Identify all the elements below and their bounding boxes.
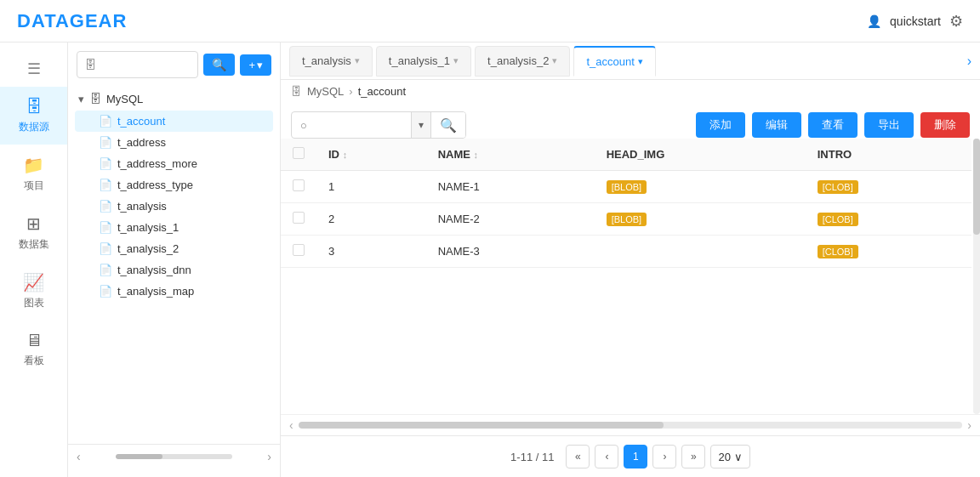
sidebar-item-chart[interactable]: 📈 图表: [0, 262, 67, 321]
page-size-selector[interactable]: 20 ∨: [710, 445, 749, 468]
tab-more-button[interactable]: ›: [967, 54, 971, 69]
tree-item-t_address[interactable]: 📄 t_address: [75, 132, 273, 153]
gear-icon[interactable]: ⚙: [949, 12, 963, 31]
col-name-label: NAME: [438, 148, 470, 161]
tree-scroll-left[interactable]: ‹: [77, 450, 81, 463]
tab-label-0: t_analysis: [302, 54, 351, 67]
pagination: 1-11 / 11 « ‹ 1 › » 20 ∨: [281, 435, 980, 477]
header: DATAGEAR 👤 quickstart ⚙: [0, 0, 980, 43]
pagination-next[interactable]: ›: [652, 445, 676, 468]
tree-item-label-4: t_analysis: [117, 200, 167, 213]
row3-checkbox[interactable]: [293, 244, 305, 256]
tab-label-2: t_analysis_2: [487, 54, 549, 67]
tab-t_account[interactable]: t_account ▾: [573, 46, 655, 77]
tree-item-label-5: t_analysis_1: [117, 221, 179, 234]
tree-search-button[interactable]: 🔍: [203, 54, 235, 76]
search-dropdown-button[interactable]: ▾: [411, 112, 430, 138]
export-button[interactable]: 导出: [864, 112, 914, 138]
tree-item-t_analysis_1[interactable]: 📄 t_analysis_1: [75, 217, 273, 238]
page-size-dropdown-icon: ∨: [734, 451, 743, 463]
sidebar-item-datasource[interactable]: 🗄 数据源: [0, 87, 67, 145]
delete-button[interactable]: 删除: [920, 112, 970, 138]
tree-item-t_account[interactable]: 📄 t_account: [75, 111, 273, 132]
file-icon-7: 📄: [99, 264, 112, 276]
tree-item-label-7: t_analysis_dnn: [117, 264, 191, 276]
pagination-current[interactable]: 1: [624, 445, 647, 468]
sort-name-icon[interactable]: ↕: [474, 150, 479, 160]
tree-add-button[interactable]: + ▾: [240, 54, 271, 76]
table-row: 1 NAME-1 [BLOB] [CLOB]: [281, 171, 971, 203]
row1-checkbox-cell: [281, 171, 316, 203]
tab-t_analysis_2[interactable]: t_analysis_2 ▾: [475, 46, 570, 77]
row2-intro: [CLOB]: [806, 203, 971, 236]
header-right: 👤 quickstart ⚙: [867, 12, 963, 31]
table-scroll-container[interactable]: ID ↕ NAME ↕ HEAD_IMG: [281, 139, 980, 414]
tree-item-t_analysis_map[interactable]: 📄 t_analysis_map: [75, 281, 273, 302]
add-dropdown-icon: ▾: [257, 59, 263, 71]
tree-panel: 🗄 🔍 + ▾ ▾ 🗄 MySQL 📄 t_account 📄 t_addres…: [68, 43, 281, 477]
row1-blob-badge: [BLOB]: [607, 180, 647, 194]
th-name: NAME ↕: [426, 139, 595, 171]
tree-content: ▾ 🗄 MySQL 📄 t_account 📄 t_address 📄 t_ad…: [68, 87, 280, 444]
col-head-img-label: HEAD_IMG: [607, 148, 665, 161]
sort-id-icon[interactable]: ↕: [343, 150, 348, 160]
search-submit-button[interactable]: 🔍: [430, 112, 465, 138]
col-intro-label: INTRO: [818, 148, 852, 161]
tree-search-input[interactable]: 🗄: [77, 51, 198, 78]
header-checkbox[interactable]: [293, 147, 305, 159]
th-checkbox: [281, 139, 316, 171]
chart-icon: 📈: [23, 272, 44, 292]
file-icon-4: 📄: [99, 200, 112, 213]
pagination-first[interactable]: «: [566, 445, 590, 468]
tree-item-t_analysis[interactable]: 📄 t_analysis: [75, 196, 273, 217]
logo: DATAGEAR: [17, 10, 127, 32]
view-button[interactable]: 查看: [808, 112, 858, 138]
username[interactable]: quickstart: [890, 14, 941, 28]
pagination-last[interactable]: »: [681, 445, 705, 468]
tree-item-label-0: t_account: [117, 115, 165, 128]
breadcrumb-sep: ›: [349, 85, 352, 98]
tree-item-t_analysis_2[interactable]: 📄 t_analysis_2: [75, 238, 273, 259]
board-label: 看板: [24, 354, 44, 368]
h-scroll-right-icon[interactable]: ›: [967, 418, 971, 432]
user-icon: 👤: [867, 14, 881, 28]
tree-item-label-3: t_address_type: [117, 179, 193, 191]
chart-label: 图表: [24, 296, 44, 310]
tree-item-t_analysis_dnn[interactable]: 📄 t_analysis_dnn: [75, 259, 273, 281]
tree-scroll-right[interactable]: ›: [267, 450, 271, 463]
plus-icon: +: [248, 59, 255, 71]
tab-dropdown-3[interactable]: ▾: [638, 56, 643, 67]
project-label: 项目: [24, 179, 44, 193]
dataset-icon: ⊞: [26, 213, 41, 234]
tree-item-t_address_more[interactable]: 📄 t_address_more: [75, 153, 273, 174]
pagination-range: 1-11 / 11: [510, 451, 554, 463]
sidebar-item-dataset[interactable]: ⊞ 数据集: [0, 203, 67, 262]
tree-h-scrollbar-thumb: [116, 454, 162, 459]
row2-checkbox[interactable]: [293, 212, 305, 224]
tab-label-3: t_account: [586, 55, 634, 68]
tab-dropdown-1[interactable]: ▾: [453, 55, 459, 66]
tree-node-mysql[interactable]: ▾ 🗄 MySQL: [75, 87, 273, 111]
main-layout: ☰ 🗄 数据源 📁 项目 ⊞ 数据集 📈 图表 🖥 看板 🗄 🔍: [0, 43, 980, 477]
tab-dropdown-0[interactable]: ▾: [355, 55, 360, 66]
row1-checkbox[interactable]: [293, 179, 305, 191]
tree-item-label-1: t_address: [117, 136, 166, 149]
table-search-input[interactable]: [292, 119, 411, 132]
edit-button[interactable]: 编辑: [752, 112, 801, 138]
tab-t_analysis[interactable]: t_analysis ▾: [289, 46, 373, 77]
tab-t_analysis_1[interactable]: t_analysis_1 ▾: [376, 46, 471, 77]
sidebar-item-project[interactable]: 📁 项目: [0, 145, 67, 203]
add-row-button[interactable]: 添加: [696, 112, 745, 138]
h-scrollbar: [299, 422, 963, 429]
mysql-label: MySQL: [106, 93, 143, 105]
pagination-prev[interactable]: ‹: [595, 445, 618, 468]
row2-head-img: [BLOB]: [595, 203, 806, 236]
row3-clob-badge: [CLOB]: [818, 245, 858, 258]
tree-item-t_address_type[interactable]: 📄 t_address_type: [75, 174, 273, 196]
tree-bottom-bar: ‹ ›: [68, 444, 280, 468]
tab-dropdown-2[interactable]: ▾: [552, 55, 557, 66]
h-scroll-left-icon[interactable]: ‹: [289, 418, 293, 432]
sidebar-item-board[interactable]: 🖥 看板: [0, 321, 67, 378]
hamburger-menu[interactable]: ☰: [27, 51, 41, 87]
content-area: t_analysis ▾ t_analysis_1 ▾ t_analysis_2…: [281, 43, 980, 477]
